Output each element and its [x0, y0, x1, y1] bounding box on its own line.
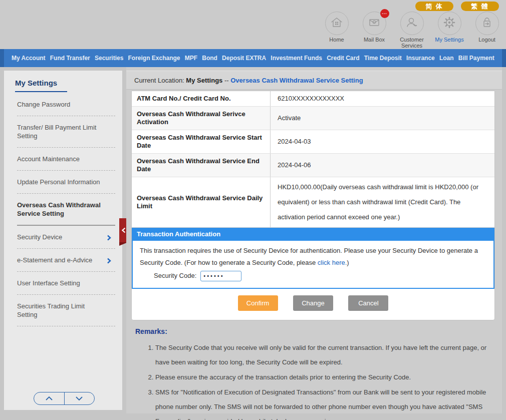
sidebar-item-label: Securities Trading Limit Setting	[17, 302, 85, 318]
sidebar-item[interactable]: Securities Trading Limit Setting	[17, 295, 115, 326]
nav-item[interactable]: Fund Transfer	[49, 49, 92, 67]
table-row-label: Overseas Cash Withdrawal Service End Dat…	[132, 154, 271, 177]
customer-services-button[interactable]: Customer Services	[396, 12, 428, 49]
sidebar-item-label: Update Personal Information	[17, 178, 100, 186]
change-button[interactable]: Change	[293, 295, 333, 311]
mailbox-label: Mail Box	[358, 37, 390, 43]
nav-item[interactable]: My Account	[10, 49, 47, 67]
table-row-value: 2024-04-06	[271, 154, 494, 177]
sidebar-pager	[34, 392, 95, 405]
sidebar-item[interactable]: User Interface Setting	[17, 272, 115, 295]
chevron-down-icon	[75, 396, 83, 401]
settings-gear-icon	[442, 16, 456, 32]
transaction-authentication-body: This transaction requires the use of Sec…	[132, 241, 494, 289]
breadcrumb-page-title: Overseas Cash Withdrawal Service Setting	[230, 77, 363, 84]
table-row: Overseas Cash Withdrawal Serivce Activat…	[132, 107, 494, 130]
remark-item: Please ensure the accuracy of the transa…	[155, 370, 497, 384]
remarks-section: Remarks: The Security Code that you rece…	[135, 327, 497, 420]
nav-item[interactable]: Bill Payment	[457, 49, 496, 67]
action-buttons: Confirm Change Cancel	[132, 289, 494, 319]
transaction-authentication-header: Transaction Authentication	[132, 228, 494, 241]
chevron-left-icon	[122, 227, 126, 233]
remark-item: SMS for "Notification of Execution of De…	[155, 385, 497, 420]
nav-item[interactable]: Investment Funds	[269, 49, 324, 67]
sidebar-item[interactable]: e-Statement and e-Advice	[17, 249, 115, 272]
remarks-title: Remarks:	[135, 327, 497, 335]
sidebar-title-underline	[15, 91, 67, 92]
sidebar-item[interactable]: Transfer/ Bill Payment Limit Setting	[17, 116, 115, 148]
auth-instruction: This transaction requires the use of Sec…	[140, 247, 478, 266]
nav-item[interactable]: Deposit EXTRA	[220, 49, 268, 67]
remark-item: The Security Code that you receive will …	[155, 340, 497, 369]
main-panel: Current Location: My Settings -- Oversea…	[126, 67, 502, 413]
sidebar-item-label: Transfer/ Bill Payment Limit Setting	[17, 124, 96, 140]
table-row-label: ATM Card No./ Credit Card No.	[132, 91, 271, 106]
home-button[interactable]: Home	[321, 12, 353, 49]
online-banking-page: 简 体 繁 體 Home	[0, 0, 506, 420]
table-row-label: Overseas Cash Withdrawal Service Daily L…	[132, 177, 271, 227]
confirm-button[interactable]: Confirm	[238, 295, 278, 311]
security-code-label: Security Code:	[154, 270, 196, 282]
cancel-button[interactable]: Cancel	[348, 295, 388, 311]
table-row: Overseas Cash Withdrawal Service End Dat…	[132, 154, 494, 177]
scroll-up-button[interactable]	[34, 392, 65, 404]
breadcrumb-prefix: Current Location:	[134, 77, 184, 84]
sidebar-item-label: Overseas Cash Withdrawal Service Setting	[17, 201, 101, 217]
table-row: Overseas Cash Withdrawal Service Daily L…	[132, 177, 494, 227]
customer-services-icon	[405, 16, 419, 32]
chevron-up-icon	[45, 396, 53, 401]
sidebar-title: My Settings	[15, 79, 122, 87]
home-icon	[330, 16, 344, 32]
sidebar-item[interactable]: Change Password	[17, 93, 115, 116]
table-row: ATM Card No./ Credit Card No. 6210XXXXXX…	[132, 91, 494, 107]
nav-item[interactable]: Bond	[200, 49, 219, 67]
traditional-chinese-button[interactable]: 繁 體	[461, 2, 499, 11]
home-label: Home	[321, 37, 353, 43]
table-row-label: Overseas Cash Withdrawal Serivce Activat…	[132, 107, 271, 130]
logout-label: Logout	[471, 37, 503, 43]
breadcrumb-section: My Settings	[186, 77, 222, 84]
security-code-input[interactable]	[200, 271, 241, 281]
nav-item[interactable]: Securities	[93, 49, 125, 67]
sidebar-item[interactable]: Account Maintenance	[17, 148, 115, 171]
logout-button[interactable]: Logout	[471, 12, 503, 49]
table-row-value: 2024-04-03	[271, 130, 494, 153]
table-row-value: Activate	[271, 107, 494, 130]
simplified-chinese-button[interactable]: 简 体	[415, 2, 453, 11]
sidebar: My Settings Change Password Transfer/ Bi…	[4, 71, 122, 410]
breadcrumb-separator: --	[224, 77, 229, 84]
transaction-panel: ATM Card No./ Credit Card No. 6210XXXXXX…	[131, 91, 495, 320]
details-table: ATM Card No./ Credit Card No. 6210XXXXXX…	[132, 91, 494, 228]
auth-instruction-end: )	[347, 259, 349, 266]
nav-item[interactable]: Insurance	[405, 49, 436, 67]
nav-item[interactable]: Foreign Exchange	[127, 49, 182, 67]
header-toolbar: Home ... Mail Box	[315, 12, 503, 49]
mailbox-icon	[367, 16, 381, 32]
chevron-right-icon	[107, 234, 111, 243]
chevron-right-icon	[107, 257, 111, 266]
customer-services-label: Customer Services	[396, 37, 428, 49]
click-here-link[interactable]: click here.	[318, 259, 347, 266]
table-row-value: 6210XXXXXXXXXXXX	[271, 91, 494, 106]
table-row: Overseas Cash Withdrawal Service Start D…	[132, 130, 494, 154]
sidebar-item[interactable]: Overseas Cash Withdrawal Service Setting	[17, 194, 115, 226]
nav-item[interactable]: Time Deposit	[363, 49, 403, 67]
scroll-down-button[interactable]	[65, 392, 95, 404]
sidebar-item-label: e-Statement and e-Advice	[17, 256, 92, 264]
mailbox-button[interactable]: ... Mail Box	[358, 12, 390, 49]
nav-item[interactable]: MPF	[183, 49, 199, 67]
my-settings-button[interactable]: My Settings	[433, 12, 465, 49]
nav-item[interactable]: Loan	[438, 49, 455, 67]
table-row-value: HKD10,000.00(Daily overseas cash withdra…	[271, 177, 494, 227]
sidebar-item-label: Security Device	[17, 233, 62, 241]
sidebar-item-label: Change Password	[17, 101, 70, 108]
sidebar-item[interactable]: Security Device	[17, 226, 115, 249]
breadcrumb: Current Location: My Settings -- Oversea…	[126, 71, 502, 90]
main-navigation: My AccountFund TransferSecuritiesForeign…	[0, 49, 506, 67]
content-area: My Settings Change Password Transfer/ Bi…	[0, 67, 506, 420]
table-row-label: Overseas Cash Withdrawal Service Start D…	[132, 130, 271, 153]
logout-lock-icon	[480, 16, 494, 32]
sidebar-item[interactable]: Update Personal Information	[17, 171, 115, 194]
sidebar-item-label: Account Maintenance	[17, 155, 80, 163]
nav-item[interactable]: Credit Card	[325, 49, 361, 67]
